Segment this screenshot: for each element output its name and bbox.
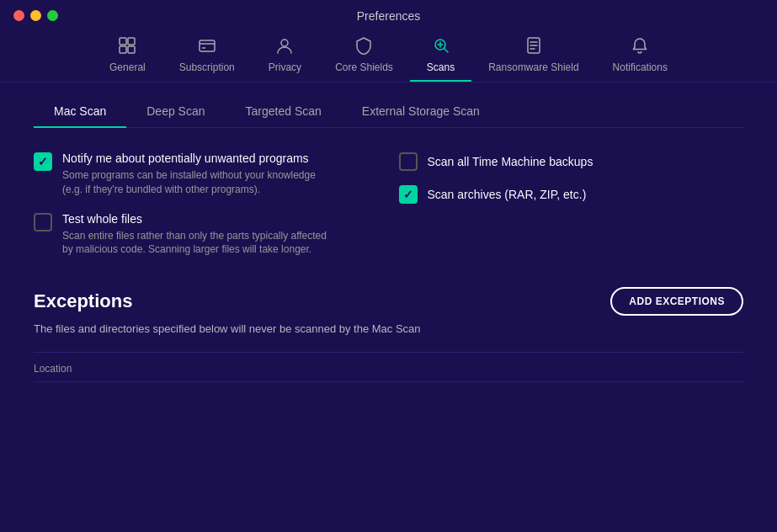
privacy-label: Privacy: [269, 61, 301, 73]
core-shields-label: Core Shields: [335, 61, 393, 73]
add-exceptions-button[interactable]: ADD EXCEPTIONS: [610, 287, 743, 316]
svg-point-7: [281, 40, 288, 46]
sidebar-item-general[interactable]: General: [93, 28, 162, 82]
window-title: Preferences: [357, 9, 420, 23]
subtabs: Mac Scan Deep Scan Targeted Scan Externa…: [34, 82, 743, 128]
notify-pup-title: Notify me about potentially unwanted pro…: [62, 152, 332, 165]
general-label: General: [109, 61, 146, 73]
titlebar: Preferences: [0, 0, 777, 28]
svg-rect-1: [128, 38, 135, 45]
sidebar-item-scans[interactable]: Scans: [410, 28, 471, 82]
sidebar-item-ransomware-shield[interactable]: Ransomware Shield: [471, 28, 595, 82]
ransomware-icon: [524, 36, 543, 57]
svg-rect-4: [200, 40, 215, 51]
sidebar-item-core-shields[interactable]: Core Shields: [318, 28, 410, 82]
notifications-label: Notifications: [613, 61, 668, 73]
privacy-icon: [275, 36, 294, 57]
option-test-whole-files: Test whole files Scan entire files rathe…: [34, 212, 379, 258]
exceptions-header: Exceptions ADD EXCEPTIONS: [34, 287, 743, 316]
core-shields-icon: [354, 36, 373, 57]
minimize-button[interactable]: [30, 10, 41, 21]
svg-rect-0: [120, 38, 126, 45]
options-left-column: ✓ Notify me about potentially unwanted p…: [34, 152, 379, 257]
scan-archives-title: Scan archives (RAR, ZIP, etc.): [428, 188, 587, 201]
checkbox-scan-time-machine[interactable]: [399, 152, 418, 171]
sidebar-item-notifications[interactable]: Notifications: [596, 28, 684, 82]
scans-icon: [432, 36, 450, 57]
checkbox-test-whole-files[interactable]: [34, 213, 52, 231]
option-scan-time-machine: Scan all Time Machine backups: [399, 152, 744, 171]
svg-rect-3: [128, 46, 135, 53]
tab-mac-scan[interactable]: Mac Scan: [34, 96, 126, 128]
tab-targeted-scan[interactable]: Targeted Scan: [226, 96, 342, 128]
notify-pup-desc: Some programs can be installed without y…: [62, 168, 332, 197]
exceptions-section: Exceptions ADD EXCEPTIONS The files and …: [34, 270, 743, 382]
exceptions-title: Exceptions: [34, 290, 132, 312]
checkbox-notify-pup[interactable]: ✓: [34, 152, 52, 171]
notifications-icon: [631, 36, 649, 57]
content-area: Mac Scan Deep Scan Targeted Scan Externa…: [0, 82, 777, 382]
svg-line-9: [444, 49, 448, 53]
test-whole-files-title: Test whole files: [62, 212, 332, 226]
options-grid: ✓ Notify me about potentially unwanted p…: [34, 128, 743, 270]
scans-label: Scans: [427, 61, 455, 73]
checkmark-icon: ✓: [38, 155, 48, 168]
tab-external-storage-scan[interactable]: External Storage Scan: [342, 96, 500, 128]
scan-time-machine-title: Scan all Time Machine backups: [428, 155, 593, 168]
navbar: General Subscription Privacy Core S: [0, 28, 777, 82]
option-scan-archives: ✓ Scan archives (RAR, ZIP, etc.): [399, 184, 744, 204]
sidebar-item-subscription[interactable]: Subscription: [162, 28, 252, 82]
svg-rect-2: [120, 46, 126, 53]
close-button[interactable]: [13, 10, 24, 21]
table-header: Location: [34, 353, 743, 382]
general-icon: [118, 36, 136, 57]
subscription-icon: [198, 36, 216, 57]
exceptions-description: The files and directories specified belo…: [34, 322, 743, 335]
maximize-button[interactable]: [47, 10, 58, 21]
subscription-label: Subscription: [179, 61, 235, 73]
sidebar-item-privacy[interactable]: Privacy: [252, 28, 318, 82]
traffic-lights: [13, 10, 58, 21]
tab-deep-scan[interactable]: Deep Scan: [126, 96, 225, 128]
location-column-header: Location: [34, 363, 72, 375]
checkmark-icon-2: ✓: [403, 188, 413, 201]
exceptions-table: Location: [34, 352, 743, 382]
option-notify-pup: ✓ Notify me about potentially unwanted p…: [34, 152, 379, 197]
options-right-column: Scan all Time Machine backups ✓ Scan arc…: [399, 152, 744, 257]
ransomware-label: Ransomware Shield: [488, 61, 578, 73]
checkbox-scan-archives[interactable]: ✓: [399, 185, 418, 204]
test-whole-files-desc: Scan entire files rather than only the p…: [62, 229, 332, 258]
